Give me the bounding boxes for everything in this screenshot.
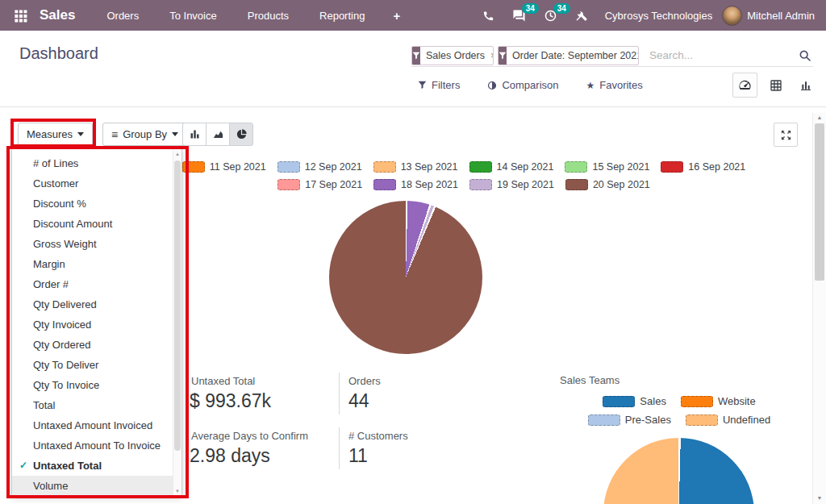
search-icon[interactable] <box>799 49 811 62</box>
measure-item[interactable]: Margin <box>12 254 181 274</box>
phone-icon[interactable] <box>482 10 494 22</box>
search-input[interactable] <box>643 49 799 61</box>
legend-item[interactable]: 11 Sep 2021 <box>182 161 266 173</box>
legend-item[interactable]: 20 Sep 2021 <box>565 179 650 190</box>
sales-dashboard-screen: Sales Orders To Invoice Products Reporti… <box>0 0 826 504</box>
facet-label: Order Date: September 2021 <box>507 47 639 65</box>
legend-item[interactable]: 14 Sep 2021 <box>469 161 554 173</box>
scroll-down-icon[interactable]: ▼ <box>813 495 826 501</box>
nav-to-invoice[interactable]: To Invoice <box>169 10 217 22</box>
measure-item[interactable]: Qty Invoiced <box>12 314 181 335</box>
filters-button[interactable]: Filters <box>418 79 460 91</box>
user-name[interactable]: Mitchell Admin <box>747 10 815 22</box>
legend-item[interactable]: 17 Sep 2021 <box>277 179 362 190</box>
nav-products[interactable]: Products <box>248 10 289 22</box>
nav-orders[interactable]: Orders <box>106 10 139 22</box>
sales-teams-pie-chart[interactable] <box>603 438 754 504</box>
untaxed-total-pie-chart[interactable] <box>329 201 482 354</box>
app-name[interactable]: Sales <box>40 7 75 23</box>
table-icon <box>770 79 782 92</box>
legend-label: 19 Sep 2021 <box>497 179 554 190</box>
measure-item[interactable]: Discount Amount <box>12 214 181 234</box>
bar-chart-icon <box>189 128 201 140</box>
expand-button[interactable] <box>774 123 798 147</box>
page-title: Dashboard <box>19 44 98 63</box>
check-icon: ✓ <box>19 456 27 476</box>
scroll-down-icon[interactable]: ▼ <box>173 489 181 494</box>
facet-remove-icon[interactable]: × <box>490 47 494 65</box>
legend-item[interactable]: 15 Sep 2021 <box>565 161 649 173</box>
sales-teams-title: Sales Teams <box>560 374 620 386</box>
measure-item-label: Qty To Deliver <box>33 359 98 371</box>
legend-item[interactable]: 18 Sep 2021 <box>373 179 458 190</box>
stat-value: 2.98 days <box>190 445 270 467</box>
legend-item[interactable]: 13 Sep 2021 <box>373 161 458 173</box>
scrollbar-thumb[interactable] <box>174 160 181 451</box>
measure-item[interactable]: Total <box>12 395 181 415</box>
view-list-button[interactable] <box>764 73 787 97</box>
filter-funnel-icon <box>412 47 420 65</box>
scrollbar-thumb[interactable] <box>815 123 824 281</box>
favorites-button[interactable]: ★ Favorites <box>586 79 642 91</box>
measure-item[interactable]: Gross Weight <box>12 234 181 254</box>
tools-icon[interactable] <box>575 9 588 22</box>
top-navbar: Sales Orders To Invoice Products Reporti… <box>0 0 826 31</box>
legend-item[interactable]: 16 Sep 2021 <box>661 161 745 173</box>
view-dashboard-button[interactable] <box>732 73 757 98</box>
measure-item[interactable]: Order # <box>12 274 181 294</box>
nav-plus-button[interactable]: + <box>393 9 400 23</box>
measure-item[interactable]: Volume <box>12 476 181 496</box>
scroll-up-icon[interactable]: ▲ <box>813 115 826 120</box>
measure-item[interactable]: Qty To Deliver <box>12 355 181 375</box>
bar-chart-icon <box>799 79 812 92</box>
page-scrollbar[interactable]: ▲ ▼ <box>812 113 826 504</box>
view-graph-button[interactable] <box>794 73 817 97</box>
stat-label: Orders <box>348 375 381 387</box>
facet-order-date[interactable]: Order Date: September 2021 × <box>498 46 639 65</box>
measure-item[interactable]: Untaxed Amount To Invoice <box>12 435 181 456</box>
company-name[interactable]: Cybrosys Technologies <box>605 10 712 22</box>
legend-item[interactable]: Pre-Sales <box>588 414 671 426</box>
legend-item[interactable]: Website <box>681 395 756 407</box>
stat-label: Average Days to Confirm <box>191 430 308 442</box>
comparison-label: Comparison <box>502 79 558 91</box>
legend-label: 16 Sep 2021 <box>688 161 745 173</box>
legend-swatch <box>182 161 205 173</box>
chart-line-button[interactable] <box>206 123 230 146</box>
chart-pie-button[interactable] <box>229 123 253 146</box>
scroll-up-icon[interactable]: ▲ <box>173 152 181 156</box>
measure-item[interactable]: # of Lines <box>12 153 181 173</box>
comparison-button[interactable]: Comparison <box>487 79 558 91</box>
measure-item[interactable]: Qty To Invoice <box>12 375 181 395</box>
measure-item[interactable]: Qty Delivered <box>12 294 181 314</box>
nav-reporting[interactable]: Reporting <box>319 10 365 22</box>
chart-bar-button[interactable] <box>182 123 206 146</box>
facet-sales-orders[interactable]: Sales Orders × <box>411 46 494 65</box>
measures-button[interactable]: Measures <box>18 123 93 146</box>
measure-item[interactable]: Qty Ordered <box>12 335 181 355</box>
measure-item-label: Total <box>33 399 55 411</box>
measure-item[interactable]: Discount % <box>12 194 181 214</box>
legend-swatch <box>588 414 620 426</box>
measure-item-label: Discount Amount <box>33 218 112 230</box>
apps-menu-icon[interactable] <box>13 8 28 23</box>
legend-item[interactable]: 12 Sep 2021 <box>277 161 362 173</box>
legend-item[interactable]: Undefined <box>686 414 770 426</box>
measure-item[interactable]: Untaxed Amount Invoiced <box>12 415 181 435</box>
measure-item[interactable]: Customer <box>12 173 181 194</box>
activities-clock-icon[interactable]: 34 <box>544 9 557 23</box>
measures-menu-list: # of LinesCustomerDiscount %Discount Amo… <box>12 153 181 496</box>
legend-item[interactable]: Sales <box>603 395 666 407</box>
messages-badge: 34 <box>522 3 539 14</box>
filter-row: Filters Comparison ★ Favorites <box>418 79 643 91</box>
measure-item-label: Volume <box>33 480 68 492</box>
avatar[interactable] <box>722 6 742 26</box>
measure-item-label: Gross Weight <box>33 238 97 250</box>
navbar-right: 34 34 Cybrosys Technologies Mitchell Adm… <box>473 6 826 26</box>
measure-item[interactable]: ✓Untaxed Total <box>12 456 181 476</box>
messages-icon[interactable]: 34 <box>512 9 526 23</box>
legend-item[interactable]: 19 Sep 2021 <box>469 179 554 190</box>
group-by-button[interactable]: ≡ Group By <box>102 123 187 146</box>
measure-item-label: Discount % <box>33 198 86 210</box>
dropdown-scrollbar[interactable]: ▲ ▼ <box>173 149 181 496</box>
